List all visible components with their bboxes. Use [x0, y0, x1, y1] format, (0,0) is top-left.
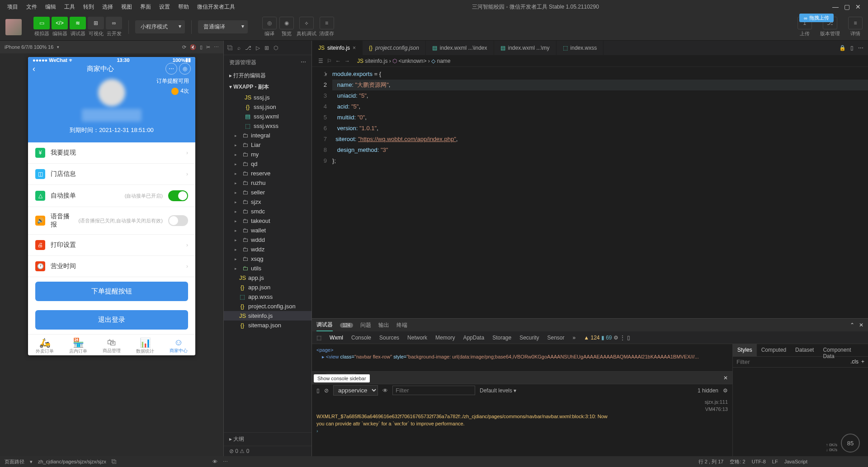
minimize-icon[interactable]: —: [832, 3, 839, 10]
maximize-icon[interactable]: ▢: [844, 3, 850, 10]
logout-button[interactable]: 退出登录: [35, 310, 188, 330]
console-gear-icon[interactable]: ⚙: [723, 387, 728, 394]
tab-siteinfo[interactable]: JS siteinfo.js ×: [312, 41, 363, 55]
styles-filter-input[interactable]: [736, 359, 848, 365]
remote-debug-button[interactable]: ⟡: [299, 17, 314, 29]
sidebar-toggle-icon[interactable]: ▯: [316, 387, 320, 394]
outline-section[interactable]: ▸ 大纲: [224, 432, 311, 446]
gear-icon[interactable]: ⚙: [613, 335, 618, 341]
tab-project-config[interactable]: {} project.config.json: [363, 41, 426, 55]
menu-project[interactable]: 项目: [4, 1, 22, 13]
tree-item-wddz[interactable]: ▸🗀wddz: [224, 245, 311, 254]
debugger-toggle[interactable]: ≋: [70, 17, 86, 29]
tab-delivery[interactable]: 🛵外卖订单: [28, 335, 61, 355]
nav-back-icon[interactable]: ←: [335, 58, 341, 64]
menu-view[interactable]: 视图: [118, 1, 136, 13]
tab-index-wxml-1[interactable]: ▤ index.wxml ...\index: [426, 41, 494, 55]
tab-instore[interactable]: 🏪店内订单: [61, 335, 95, 355]
voice-switch[interactable]: [168, 215, 188, 226]
devtools-tab-output[interactable]: 输出: [378, 320, 389, 331]
panel-console[interactable]: Console: [351, 335, 371, 341]
panel-sources[interactable]: Sources: [379, 335, 399, 341]
tab-index-wxml-2[interactable]: ▤ index.wxml ...\my: [494, 41, 557, 55]
search-icon[interactable]: ⌕: [237, 45, 241, 51]
tree-item-app-js[interactable]: JSapp.js: [224, 273, 311, 283]
tree-item-Liar[interactable]: ▸🗀Liar: [224, 140, 311, 150]
menu-select[interactable]: 选择: [99, 1, 117, 13]
panel-security[interactable]: Security: [519, 335, 539, 341]
capsule-menu-icon[interactable]: ⋯: [165, 63, 177, 75]
kebab-icon[interactable]: ⋮: [620, 335, 625, 341]
compile-dropdown[interactable]: 普通编译: [198, 20, 248, 33]
eol-info[interactable]: LF: [772, 459, 778, 464]
more-icon[interactable]: ⋯: [214, 44, 219, 50]
collapse-icon[interactable]: ⌃: [850, 322, 854, 328]
tree-item-app-json[interactable]: {}app.json: [224, 283, 311, 292]
tree-item-wddd[interactable]: ▸🗀wddd: [224, 235, 311, 245]
menu-hours[interactable]: 🕐营业时间›: [28, 256, 195, 277]
devtools-tab-problems[interactable]: 问题: [360, 320, 371, 331]
hidden-count[interactable]: 1 hidden: [698, 387, 718, 394]
copy-icon[interactable]: ⿻: [227, 45, 233, 51]
menu-auto-accept[interactable]: △自动接单(自动接单已开启): [28, 185, 195, 207]
warning-count[interactable]: ▲ 124: [584, 335, 599, 341]
capsule-close-icon[interactable]: ◎: [179, 63, 191, 75]
debug-icon[interactable]: ▷: [256, 45, 260, 51]
menu-file[interactable]: 文件: [23, 1, 41, 13]
upload-drag-hint[interactable]: ∞ 拖拽上传: [799, 14, 834, 22]
tree-item-sitemap-json[interactable]: {}sitemap.json: [224, 321, 311, 330]
bookmark-icon[interactable]: ⚐: [327, 58, 332, 64]
ext2-icon[interactable]: ⬡: [274, 45, 278, 51]
list-icon[interactable]: ☰: [318, 58, 323, 64]
menu-goto[interactable]: 转到: [80, 1, 98, 13]
performance-score[interactable]: 85: [841, 434, 860, 453]
dataset-tab[interactable]: Dataset: [791, 344, 818, 356]
menu-edit[interactable]: 编辑: [42, 1, 60, 13]
devtools-tab-debugger[interactable]: 调试器: [316, 319, 333, 331]
preview-button[interactable]: ◉: [279, 17, 294, 29]
tree-item-sssj-wxss[interactable]: ⬚sssj.wxss: [224, 121, 311, 131]
menu-shop-info[interactable]: ◫门店信息›: [28, 164, 195, 185]
menu-help[interactable]: 帮助: [175, 1, 193, 13]
panel-memory[interactable]: Memory: [435, 335, 455, 341]
panel-more-icon[interactable]: »: [573, 335, 576, 341]
menu-tool[interactable]: 工具: [61, 1, 79, 13]
close-tab-icon[interactable]: ×: [353, 45, 356, 51]
ext-icon[interactable]: ⊞: [264, 45, 269, 51]
tree-item-ruzhu[interactable]: ▸🗀ruzhu: [224, 178, 311, 188]
cut-icon[interactable]: ✂: [206, 44, 210, 50]
panel-sensor[interactable]: Sensor: [547, 335, 565, 341]
open-editors-section[interactable]: ▸ 打开的编辑器: [224, 70, 311, 81]
context-select[interactable]: appservice: [333, 385, 378, 396]
menu-wechat[interactable]: 微信开发者工具: [193, 1, 239, 13]
explorer-more-icon[interactable]: ⋯: [301, 59, 306, 66]
close-icon[interactable]: ✕: [855, 3, 861, 10]
page-path[interactable]: zh_cjdianc/pages/sjzx/sjzx/sjzx: [38, 459, 106, 464]
tab-merchant[interactable]: ☺商家中心: [162, 335, 195, 355]
eye-icon[interactable]: 👁: [212, 459, 217, 464]
order-remind-button[interactable]: 下单提醒按钮: [35, 282, 188, 301]
tree-item-sjzx[interactable]: ▸🗀sjzx: [224, 197, 311, 207]
console-close-icon[interactable]: ✕: [723, 375, 728, 381]
lock-icon[interactable]: 🔒: [839, 45, 846, 51]
tree-item-xsqg[interactable]: ▸🗀xsqg: [224, 254, 311, 264]
project-avatar[interactable]: [5, 19, 22, 35]
tree-item-project-config-json[interactable]: {}project.config.json: [224, 302, 311, 311]
lang-info[interactable]: JavaScript: [784, 459, 807, 464]
computed-tab[interactable]: Computed: [757, 344, 791, 356]
tree-item-utils[interactable]: ▸🗀utils: [224, 264, 311, 273]
clear-cache-button[interactable]: ≡: [320, 17, 334, 29]
git-icon[interactable]: ⎇: [245, 45, 251, 51]
tab-index-wxss[interactable]: ⬚ index.wxss: [557, 41, 604, 55]
phone-icon[interactable]: ▯: [200, 44, 203, 50]
encoding-info[interactable]: UTF-8: [752, 459, 766, 464]
info-count[interactable]: ▮ 69: [601, 335, 612, 341]
cls-button[interactable]: .cls: [850, 359, 859, 365]
tree-item-smdc[interactable]: ▸🗀smdc: [224, 207, 311, 216]
inspect-icon[interactable]: ⬚: [316, 335, 321, 341]
cloud-toggle[interactable]: ∞: [106, 17, 122, 29]
panel-network[interactable]: Network: [407, 335, 427, 341]
levels-dropdown[interactable]: Default levels ▾: [480, 387, 516, 394]
clear-console-icon[interactable]: ⊘: [324, 387, 329, 394]
mode-dropdown[interactable]: 小程序模式: [135, 20, 185, 33]
